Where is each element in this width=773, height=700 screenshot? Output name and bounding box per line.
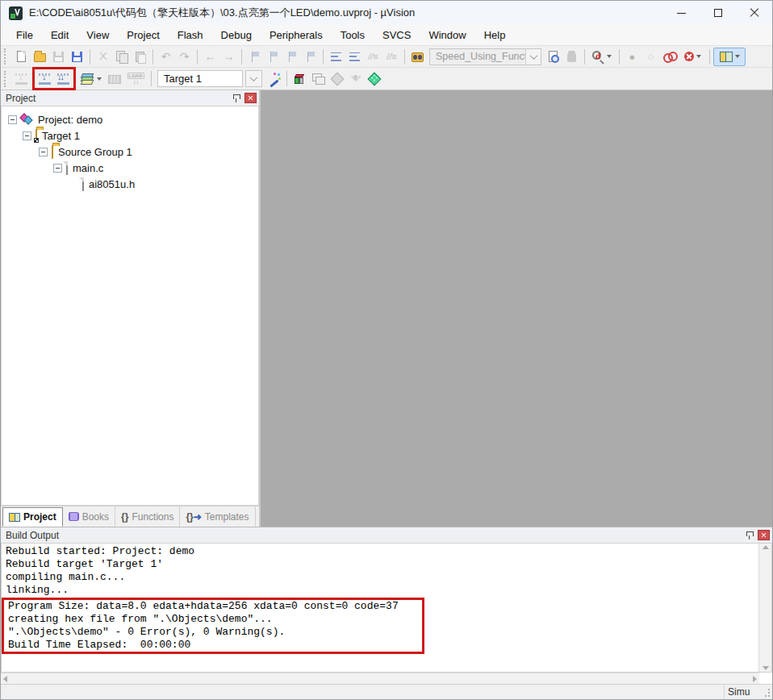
menu-tools[interactable]: Tools: [332, 27, 374, 44]
save-button[interactable]: [49, 48, 68, 66]
breakpoints-disable-all-button[interactable]: [660, 48, 679, 66]
target-select-value: Target 1: [158, 73, 242, 85]
cut-button[interactable]: [94, 48, 112, 66]
scroll-left-icon[interactable]: [3, 676, 7, 682]
tree-item-ai8051u-h[interactable]: ai8051u.h: [2, 176, 258, 192]
manage-project-items-button[interactable]: [290, 69, 309, 88]
search-combo-dropdown[interactable]: [525, 49, 541, 65]
toolbar-separator: [286, 71, 287, 86]
navigate-back-button[interactable]: ←: [201, 48, 219, 66]
open-file-button[interactable]: [31, 48, 49, 66]
menu-peripherals[interactable]: Peripherals: [261, 27, 332, 44]
breakpoint-toggle-button[interactable]: ●: [623, 48, 641, 66]
build-button[interactable]: [36, 69, 54, 88]
grab-text-button[interactable]: [562, 48, 581, 66]
tree-item-project-demo[interactable]: Project: demo: [2, 111, 258, 127]
indent-button[interactable]: [327, 48, 345, 66]
rebuild-icon: [57, 73, 69, 85]
tab-project[interactable]: Project: [2, 507, 63, 527]
minimize-button[interactable]: [663, 1, 700, 25]
collapse-toggle-icon[interactable]: [8, 115, 17, 124]
resize-grip[interactable]: [761, 685, 772, 699]
manage-run-time-environment-button[interactable]: [365, 69, 383, 88]
stop-build-button[interactable]: [105, 69, 123, 88]
new-file-button[interactable]: [12, 48, 31, 66]
toolbar-drag-handle[interactable]: [4, 71, 8, 87]
cut-icon: [98, 52, 108, 61]
batch-build-button[interactable]: [77, 69, 105, 88]
collapse-toggle-icon[interactable]: [39, 148, 48, 156]
next-bookmark-button[interactable]: [264, 48, 282, 66]
save-all-button[interactable]: [68, 48, 86, 66]
menu-file[interactable]: File: [7, 27, 42, 44]
tab-functions[interactable]: {} Functions: [115, 506, 180, 527]
find-in-document-button[interactable]: [544, 48, 562, 66]
redo-button[interactable]: ↷: [175, 48, 194, 66]
build-output-horizontal-scrollbar[interactable]: [1, 673, 759, 684]
menu-project[interactable]: Project: [118, 27, 168, 44]
build-output-close-button[interactable]: [758, 530, 770, 540]
tree-item-source-group-1[interactable]: Source Group 1: [2, 144, 258, 160]
diamond-icon: [330, 72, 344, 85]
uncomment-button[interactable]: //≡: [382, 48, 401, 66]
collapse-toggle-icon[interactable]: [23, 131, 31, 140]
toolbar-drag-handle[interactable]: [4, 48, 8, 65]
title-bar: E:\CODE\ai8051u\代码包（擎天柱版本）\03.点亮第一个LED\d…: [1, 1, 772, 25]
scroll-down-icon[interactable]: [763, 666, 769, 670]
search-combo[interactable]: Speed_Using_Function: [429, 48, 541, 65]
project-panel-title: Project: [6, 93, 229, 104]
project-panel-pin-button[interactable]: [229, 92, 242, 104]
find-in-files-button[interactable]: [408, 48, 427, 66]
menu-view[interactable]: View: [77, 27, 118, 44]
copy-button[interactable]: [112, 48, 131, 66]
clear-bookmarks-button[interactable]: [301, 48, 320, 66]
tree-item-target-1[interactable]: Target 1: [2, 127, 258, 144]
breakpoint-enable-button[interactable]: ○: [641, 48, 660, 66]
funnel-icon: [350, 76, 361, 82]
paste-button[interactable]: [131, 48, 149, 66]
build-output-pin-button[interactable]: [742, 529, 755, 541]
breakpoints-kill-all-button[interactable]: [679, 48, 706, 66]
find-button[interactable]: d: [588, 48, 616, 66]
paste-icon: [136, 52, 144, 62]
menu-window[interactable]: Window: [420, 27, 474, 44]
scroll-right-icon[interactable]: [753, 676, 757, 682]
translate-button[interactable]: [12, 69, 31, 88]
uncomment-icon: //≡: [386, 52, 397, 61]
build-output-vertical-scrollbar[interactable]: [758, 544, 771, 672]
project-panel-close-button[interactable]: [244, 93, 257, 103]
previous-bookmark-button[interactable]: [282, 48, 301, 66]
breakpoint-gray-icon: ●: [629, 52, 636, 62]
status-bar: Simu: [1, 684, 772, 699]
target-select-dropdown[interactable]: [245, 70, 262, 87]
download-button[interactable]: LOAD ↓↓: [123, 69, 148, 88]
rebuild-button[interactable]: [54, 69, 73, 88]
tree-item-main-c[interactable]: main.c: [2, 160, 258, 176]
select-software-packs-button[interactable]: [346, 69, 365, 88]
target-select-combo[interactable]: Target 1: [157, 70, 243, 87]
insert-bookmark-button[interactable]: [245, 48, 264, 66]
maximize-button[interactable]: [700, 1, 736, 25]
scroll-up-icon[interactable]: [763, 545, 769, 549]
menu-svcs[interactable]: SVCS: [374, 27, 420, 44]
pack-installer-button[interactable]: [328, 69, 346, 88]
menu-help[interactable]: Help: [475, 27, 515, 44]
outdent-button[interactable]: [345, 48, 364, 66]
build-output-line: ".\Objects\demo" - 0 Error(s), 0 Warning…: [4, 626, 422, 639]
tab-templates[interactable]: {}➜ Templates: [180, 506, 255, 527]
tab-books[interactable]: Books: [63, 506, 115, 527]
options-for-target-button[interactable]: [265, 69, 283, 88]
multi-project-workspace-button[interactable]: [309, 69, 328, 88]
menu-flash[interactable]: Flash: [169, 27, 212, 44]
menu-debug[interactable]: Debug: [212, 27, 261, 44]
menu-edit[interactable]: Edit: [42, 27, 77, 44]
window-layout-icon: [720, 52, 733, 62]
undo-button[interactable]: ↶: [157, 48, 175, 66]
source-file-icon: [66, 162, 68, 174]
close-button[interactable]: [736, 1, 772, 25]
navigate-forward-button[interactable]: →: [219, 48, 238, 66]
breakpoints-red-rings-icon: [663, 52, 676, 61]
comment-button[interactable]: //≡: [364, 48, 382, 66]
collapse-toggle-icon[interactable]: [53, 164, 62, 173]
window-configuration-button[interactable]: [713, 48, 746, 66]
